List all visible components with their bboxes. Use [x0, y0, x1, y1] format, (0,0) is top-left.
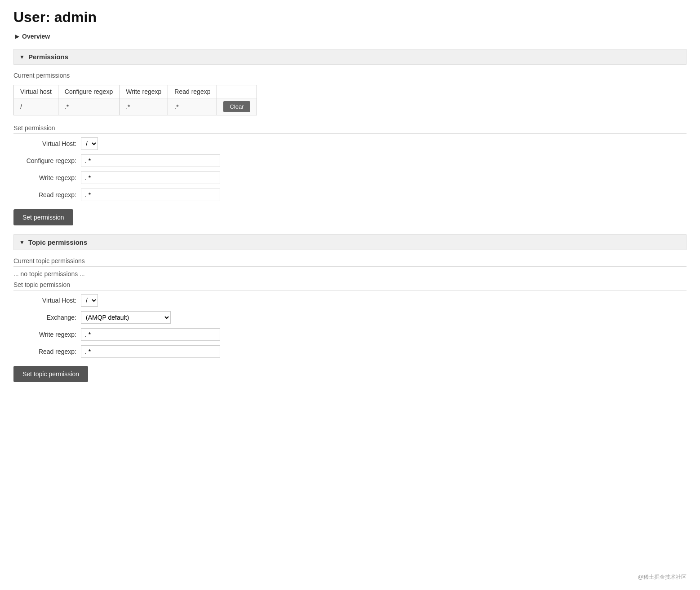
topic-permissions-section-content: Current topic permissions ... no topic p… [13, 257, 687, 391]
current-topic-permissions-label: Current topic permissions [13, 257, 687, 267]
table-row: /.*.*.*Clear [14, 98, 257, 115]
table-cell-virtual-host: / [14, 98, 58, 115]
overview-row[interactable]: ▶ Overview [13, 33, 687, 40]
no-topic-permissions-text: ... no topic permissions ... [13, 270, 687, 277]
topic-permissions-section-header[interactable]: ▼ Topic permissions [13, 234, 687, 250]
current-permissions-label: Current permissions [13, 72, 687, 81]
read-regexp-label: Read regexp: [13, 191, 76, 198]
configure-regexp-group: Configure regexp: [13, 154, 687, 167]
col-configure-regexp: Configure regexp [58, 85, 119, 98]
topic-virtual-host-select[interactable]: / [81, 294, 98, 307]
table-cell-write-regexp: .* [120, 98, 168, 115]
set-topic-permission-label: Set topic permission [13, 281, 687, 291]
table-cell-read-regexp: .* [168, 98, 217, 115]
clear-button[interactable]: Clear [223, 101, 250, 112]
permissions-arrow: ▼ [19, 54, 25, 60]
configure-regexp-input[interactable] [81, 154, 220, 167]
write-regexp-group: Write regexp: [13, 172, 687, 184]
topic-write-regexp-group: Write regexp: [13, 328, 687, 341]
col-read-regexp: Read regexp [168, 85, 217, 98]
topic-write-regexp-label: Write regexp: [13, 331, 76, 338]
page-title: User: admin [13, 9, 687, 26]
permissions-section-label: Permissions [28, 53, 68, 61]
table-cell-action: Clear [217, 98, 257, 115]
topic-read-regexp-input[interactable] [81, 345, 220, 358]
read-regexp-input[interactable] [81, 189, 220, 201]
topic-write-regexp-input[interactable] [81, 328, 220, 341]
permissions-section-header[interactable]: ▼ Permissions [13, 49, 687, 65]
col-virtual-host: Virtual host [14, 85, 58, 98]
topic-virtual-host-label: Virtual Host: [13, 297, 76, 304]
configure-regexp-label: Configure regexp: [13, 157, 76, 164]
permissions-table: Virtual host Configure regexp Write rege… [13, 85, 257, 115]
topic-permissions-arrow: ▼ [19, 239, 25, 246]
col-actions [217, 85, 257, 98]
exchange-group: Exchange: (AMQP default) [13, 311, 687, 324]
table-cell-configure-regexp: .* [58, 98, 119, 115]
write-regexp-input[interactable] [81, 172, 220, 184]
exchange-label: Exchange: [13, 314, 76, 321]
set-topic-permission-button[interactable]: Set topic permission [13, 366, 88, 382]
read-regexp-group: Read regexp: [13, 189, 687, 201]
overview-arrow: ▶ [15, 33, 19, 40]
topic-read-regexp-group: Read regexp: [13, 345, 687, 358]
topic-permissions-section-label: Topic permissions [28, 238, 87, 246]
set-permission-button[interactable]: Set permission [13, 209, 73, 225]
permissions-section-content: Current permissions Virtual host Configu… [13, 72, 687, 234]
virtual-host-label: Virtual Host: [13, 140, 76, 147]
topic-virtual-host-group: Virtual Host: / [13, 294, 687, 307]
exchange-select[interactable]: (AMQP default) [81, 311, 171, 324]
virtual-host-group: Virtual Host: / [13, 137, 687, 150]
col-write-regexp: Write regexp [120, 85, 168, 98]
virtual-host-select[interactable]: / [81, 137, 98, 150]
set-permission-label: Set permission [13, 124, 687, 134]
topic-read-regexp-label: Read regexp: [13, 348, 76, 355]
write-regexp-label: Write regexp: [13, 174, 76, 181]
overview-label: Overview [22, 33, 50, 40]
